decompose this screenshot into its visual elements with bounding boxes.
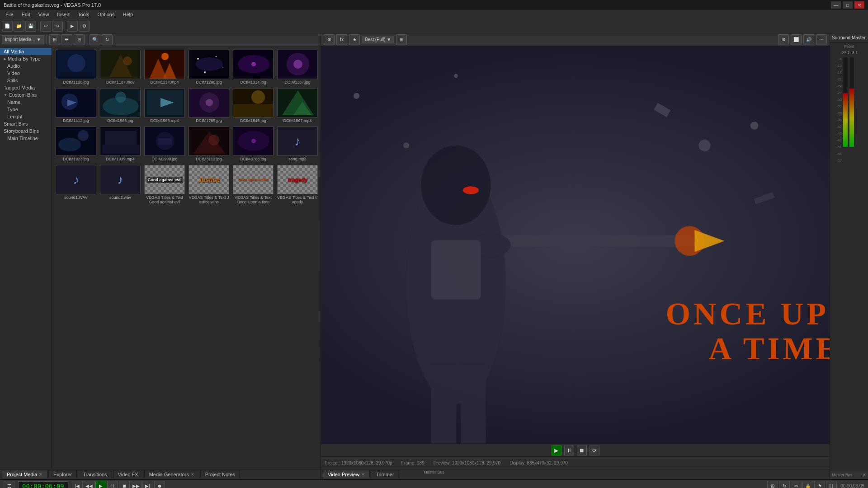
properties-button[interactable]: ⚙ (79, 21, 90, 32)
tl-razor-btn[interactable]: ✂ (791, 481, 802, 488)
tree-custom-bins[interactable]: ▼ Custom Bins (0, 91, 52, 99)
preview-settings-btn2[interactable]: ⚙ (778, 34, 789, 45)
media-item-dcim1939[interactable]: DCIM1939.mp4 (100, 127, 141, 161)
media-item-dcim1387[interactable]: DCIM1387.jpg (277, 50, 318, 84)
tl-record-btn[interactable]: ⏺ (154, 481, 165, 488)
svg-point-62 (421, 145, 491, 225)
audio-icon: ♪ (294, 134, 301, 149)
tree-main-timeline[interactable]: Main Timeline (0, 135, 52, 142)
media-refresh-btn[interactable]: ↻ (102, 34, 113, 45)
media-item-title-once[interactable]: Once upon a time VEGAS Titles & Text Onc… (233, 165, 274, 204)
tl-play-btn[interactable]: ▶ (95, 481, 106, 488)
render-button[interactable]: ▶ (67, 21, 78, 32)
tl-pause-btn[interactable]: ⏸ (107, 481, 118, 488)
tree-name[interactable]: Name (0, 99, 52, 106)
media-item-dcim1120[interactable]: DCIM1120.jpg (56, 50, 96, 84)
tl-loop-btn[interactable]: ↻ (779, 481, 790, 488)
tl-lock-btn[interactable]: 🔒 (802, 481, 813, 488)
tree-tagged-media[interactable]: Tagged Media (0, 84, 52, 91)
media-item-sound1[interactable]: ♪ sound1.WAV (56, 165, 96, 204)
media-item-dcim1314[interactable]: DCIM1314.jpg (233, 50, 274, 84)
media-item-dcim1290[interactable]: DCIM1290.jpg (189, 50, 229, 84)
preview-external-btn[interactable]: ⬜ (791, 34, 802, 45)
media-item-dcim3112[interactable]: DCIM3112.jpg (189, 127, 229, 161)
menu-file[interactable]: File (2, 11, 17, 18)
tree-type[interactable]: Type (0, 106, 52, 113)
media-item-dcim1765[interactable]: DCIM1765.jpg (189, 88, 229, 123)
media-item-dcim1845[interactable]: DCIM1845.jpg (233, 88, 274, 123)
tree-video[interactable]: Video (0, 70, 52, 77)
media-view-btn2[interactable]: ☰ (61, 34, 72, 45)
preview-fx-btn[interactable]: fx (336, 34, 347, 45)
minimize-button[interactable]: — (831, 1, 841, 9)
menu-edit[interactable]: Edit (18, 11, 34, 18)
timeline-btn1[interactable]: ☰ (4, 481, 14, 488)
media-item-dcim1234[interactable]: DCIM1234.mp4 (144, 50, 185, 84)
quality-selector[interactable]: Best (Full) ▼ (362, 36, 394, 43)
media-item-dcim1999[interactable]: DCIM1999.jpg (144, 127, 185, 161)
tree-media-by-type[interactable]: ▶ Media By Type (0, 55, 52, 62)
media-thumb (189, 50, 229, 79)
media-item-dcim1867[interactable]: DCIM1867.mp4 (277, 88, 318, 123)
redo-button[interactable]: ↪ (52, 21, 63, 32)
tree-lenght[interactable]: Lenght (0, 113, 52, 120)
open-button[interactable]: 📁 (14, 21, 24, 32)
save-button[interactable]: 💾 (25, 21, 36, 32)
play-button[interactable]: ▶ (552, 446, 561, 455)
maximize-button[interactable]: □ (843, 1, 853, 9)
loop-button[interactable]: ⟳ (590, 446, 599, 455)
preview-quality-btn[interactable]: ★ (349, 34, 360, 45)
tree-audio[interactable]: Audio (0, 62, 52, 70)
svg-point-12 (216, 56, 217, 57)
tl-snap-btn[interactable]: ⊞ (767, 481, 778, 488)
svg-point-18 (251, 62, 256, 66)
tl-stop-btn[interactable]: ⏹ (119, 481, 130, 488)
stop-button[interactable]: ⏹ (577, 446, 587, 455)
preview-grid-btn[interactable]: ⊞ (396, 34, 407, 45)
menu-options[interactable]: Options (94, 11, 118, 18)
preview-more-btn[interactable]: ⋯ (816, 34, 827, 45)
svg-point-13 (222, 67, 223, 68)
timeline-timecode[interactable]: 00:00:06:09 (18, 481, 68, 488)
menu-tools[interactable]: Tools (74, 11, 93, 18)
tl-next-btn[interactable]: ▶| (142, 481, 153, 488)
media-item-dcim1412[interactable]: DCIM1412.jpg (56, 88, 96, 123)
media-item-dcim3768[interactable]: DCIM3768.jpg (233, 127, 274, 161)
media-view-btn3[interactable]: ⊟ (74, 34, 85, 45)
window-controls[interactable]: — □ ✕ (831, 1, 864, 9)
tree-smart-bins[interactable]: Smart Bins (0, 120, 52, 127)
media-search-btn[interactable]: 🔍 (90, 34, 100, 45)
tl-marker-btn[interactable]: ⚑ (814, 481, 825, 488)
menu-insert[interactable]: Insert (53, 11, 73, 18)
menu-view[interactable]: View (35, 11, 53, 18)
close-button[interactable]: ✕ (854, 1, 864, 9)
thumb-svg (100, 88, 140, 117)
menu-help[interactable]: Help (119, 11, 137, 18)
media-item-dcim1137[interactable]: DCIM1137.mov (100, 50, 141, 84)
tl-back-btn[interactable]: ◀◀ (84, 481, 94, 488)
preview-info: Project: 1920x1080x128; 29,970p Frame: 1… (321, 456, 830, 469)
media-label: DCIM1999.jpg (151, 157, 178, 161)
import-media-button[interactable]: Import Media... ▼ (2, 35, 44, 44)
media-item-dcim1923[interactable]: DCIM1923.jpg (56, 127, 96, 161)
media-item-dcim1566[interactable]: DCIM1566.jpg (100, 88, 141, 123)
media-item-sound2[interactable]: ♪ sound2.wav (100, 165, 141, 204)
tl-prev-btn[interactable]: |◀ (72, 481, 83, 488)
tree-storyboard-bins[interactable]: Storyboard Bins (0, 127, 52, 135)
title-text-overlay: tragedy (288, 177, 307, 183)
media-view-btn1[interactable]: ⊞ (49, 34, 60, 45)
media-item-dcim1566mp4[interactable]: DCIM1566.mp4 (144, 88, 185, 123)
media-item-title-justice[interactable]: Justice VEGAS Titles & Text Justice wins (189, 165, 229, 204)
media-item-song[interactable]: ♪ song.mp3 (277, 127, 318, 161)
undo-button[interactable]: ↩ (40, 21, 51, 32)
tree-stills[interactable]: Stills (0, 77, 52, 84)
tl-fwd-btn[interactable]: ▶▶ (131, 481, 142, 488)
tl-region-btn[interactable]: ⟦⟧ (826, 481, 837, 488)
media-item-title-good[interactable]: Good against evil VEGAS Titles & Text Go… (144, 165, 185, 204)
new-button[interactable]: 📄 (2, 21, 13, 32)
tree-all-media[interactable]: All Media (0, 48, 52, 55)
preview-audio-btn[interactable]: 🔊 (803, 34, 814, 45)
pause-button[interactable]: ⏸ (564, 446, 574, 455)
media-item-title-tragedy[interactable]: tragedy VEGAS Titles & Text tragedy (277, 165, 318, 204)
preview-settings-btn[interactable]: ⚙ (324, 34, 335, 45)
